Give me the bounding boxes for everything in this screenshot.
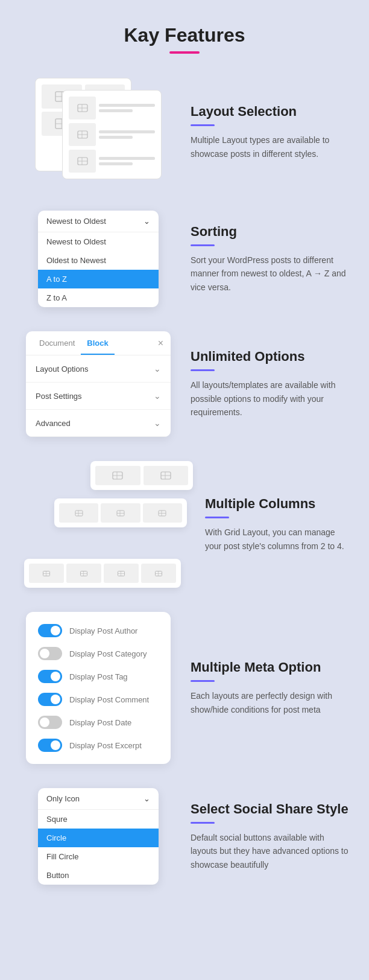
toggle-knob-comment (51, 695, 60, 704)
block-panel-visual: Document Block × Layout Options ⌄ Post S… (18, 331, 178, 437)
unlimited-options-title: Unlimited Options (191, 349, 351, 364)
tab-block[interactable]: Block (81, 331, 114, 355)
social-option-squre[interactable]: Squre (38, 810, 159, 829)
meta-row-excerpt: Display Post Excerpt (38, 739, 159, 752)
columns-cards-wrap (18, 461, 193, 588)
multiple-meta-section: Display Post Author Display Post Categor… (0, 606, 369, 782)
meta-label-excerpt: Display Post Excerpt (69, 741, 142, 750)
social-selected-label: Only Icon (46, 794, 80, 803)
sorting-text: Sorting Sort your WordPress posts to dif… (191, 224, 351, 294)
social-option-button[interactable]: Button (38, 866, 159, 885)
layout-selection-title: Layout Selection (191, 104, 351, 119)
col-card-4 (24, 559, 181, 588)
sorting-dropdown: Newest to Oldest ⌄ Newest to Oldest Olde… (38, 211, 159, 307)
block-settings-panel: Document Block × Layout Options ⌄ Post S… (26, 331, 171, 437)
social-option-circle[interactable]: Circle (38, 829, 159, 847)
sort-option-1[interactable]: Newest to Oldest (38, 232, 159, 251)
unlimited-options-text: Unlimited Options All layouts/templates … (191, 349, 351, 419)
social-share-section: Select Social Share Style Default social… (0, 782, 369, 909)
sorting-title: Sorting (191, 224, 351, 240)
layout-visual (18, 78, 178, 186)
toggle-knob-category (40, 649, 49, 658)
layout-selection-text: Layout Selection Multiple Layout types a… (191, 104, 351, 161)
toggle-date[interactable] (38, 716, 62, 729)
page: Kay Features (0, 0, 369, 933)
meta-row-comment: Display Post Comment (38, 693, 159, 706)
toggle-category[interactable] (38, 647, 62, 660)
meta-row-date: Display Post Date (38, 716, 159, 729)
social-option-fill-circle[interactable]: Fill Circle (38, 847, 159, 866)
multiple-meta-underline (191, 680, 215, 682)
social-share-desc: Default social buttons available with la… (191, 831, 351, 871)
meta-label-tag: Display Post Tag (69, 672, 128, 681)
multiple-columns-section: Multiple Columns With Grid Layout, you c… (0, 455, 369, 606)
social-share-underline (191, 822, 215, 824)
unlimited-options-desc: All layouts/templates are available with… (191, 378, 351, 419)
meta-toggles-card: Display Post Author Display Post Categor… (26, 612, 171, 764)
toggle-excerpt[interactable] (38, 739, 62, 752)
meta-visual: Display Post Author Display Post Categor… (18, 612, 178, 764)
multiple-columns-underline (205, 517, 229, 518)
columns-visual-wrap (18, 461, 193, 588)
unlimited-options-section: Document Block × Layout Options ⌄ Post S… (0, 325, 369, 455)
sorting-section: Sorting Sort your WordPress posts to dif… (0, 205, 369, 325)
panel-row-advanced[interactable]: Advanced ⌄ (26, 410, 171, 437)
layout-selection-desc: Multiple Layout types are available to s… (191, 133, 351, 161)
col-card-2 (90, 461, 193, 490)
multiple-columns-title: Multiple Columns (205, 496, 351, 512)
tab-document[interactable]: Document (33, 331, 81, 355)
layout-selection-underline (191, 124, 215, 126)
multiple-columns-text: Multiple Columns With Grid Layout, you c… (205, 496, 351, 553)
social-chevron-icon: ⌄ (144, 794, 150, 803)
page-title: Kay Features (12, 24, 357, 46)
layout-selection-section: Layout Selection Multiple Layout types a… (0, 72, 369, 205)
sort-header: Newest to Oldest ⌄ (38, 211, 159, 232)
chevron-down-icon: ⌄ (154, 364, 161, 374)
sorting-desc: Sort your WordPress posts to different m… (191, 253, 351, 294)
col-card-3 (54, 498, 187, 527)
panel-tabs: Document Block × (26, 331, 171, 355)
header-underline (169, 51, 200, 54)
layout-card-front (62, 90, 162, 179)
toggle-knob-excerpt (51, 740, 60, 750)
toggle-knob-tag (51, 672, 60, 681)
unlimited-options-underline (191, 369, 215, 371)
sorting-underline (191, 244, 215, 246)
page-header: Kay Features (0, 0, 369, 72)
social-dropdown: Only Icon ⌄ Squre Circle Fill Circle But… (38, 788, 159, 885)
multiple-meta-desc: Each layouts are perfectly design with s… (191, 689, 351, 716)
chevron-down-icon: ⌄ (154, 391, 161, 401)
multiple-meta-text: Multiple Meta Option Each layouts are pe… (191, 660, 351, 716)
chevron-down-icon: ⌄ (154, 418, 161, 428)
sorting-visual: Newest to Oldest ⌄ Newest to Oldest Olde… (18, 211, 178, 307)
social-header: Only Icon ⌄ (38, 788, 159, 810)
toggle-tag[interactable] (38, 670, 62, 683)
social-share-text: Select Social Share Style Default social… (191, 801, 351, 871)
meta-row-category: Display Post Category (38, 647, 159, 660)
panel-row-post-settings[interactable]: Post Settings ⌄ (26, 383, 171, 410)
toggle-knob-date (40, 718, 49, 727)
social-share-title: Select Social Share Style (191, 801, 351, 817)
sort-chevron-icon: ⌄ (144, 217, 150, 226)
meta-label-date: Display Post Date (69, 718, 131, 727)
meta-row-tag: Display Post Tag (38, 670, 159, 683)
sort-option-4[interactable]: Z to A (38, 288, 159, 307)
panel-row-layout[interactable]: Layout Options ⌄ (26, 355, 171, 383)
sort-selected-label: Newest to Oldest (46, 217, 106, 226)
meta-label-author: Display Post Author (69, 626, 137, 635)
meta-row-author: Display Post Author (38, 624, 159, 637)
meta-label-comment: Display Post Comment (69, 695, 149, 704)
toggle-author[interactable] (38, 624, 62, 637)
sort-option-2[interactable]: Oldest to Newest (38, 251, 159, 270)
social-dropdown-visual: Only Icon ⌄ Squre Circle Fill Circle But… (18, 788, 178, 885)
meta-label-category: Display Post Category (69, 649, 147, 658)
sort-option-3[interactable]: A to Z (38, 270, 159, 288)
panel-close-button[interactable]: × (158, 338, 163, 349)
toggle-comment[interactable] (38, 693, 62, 706)
multiple-meta-title: Multiple Meta Option (191, 660, 351, 675)
multiple-columns-desc: With Grid Layout, you can manage your po… (205, 526, 351, 553)
toggle-knob-author (51, 626, 60, 635)
layout-cards (35, 78, 162, 186)
